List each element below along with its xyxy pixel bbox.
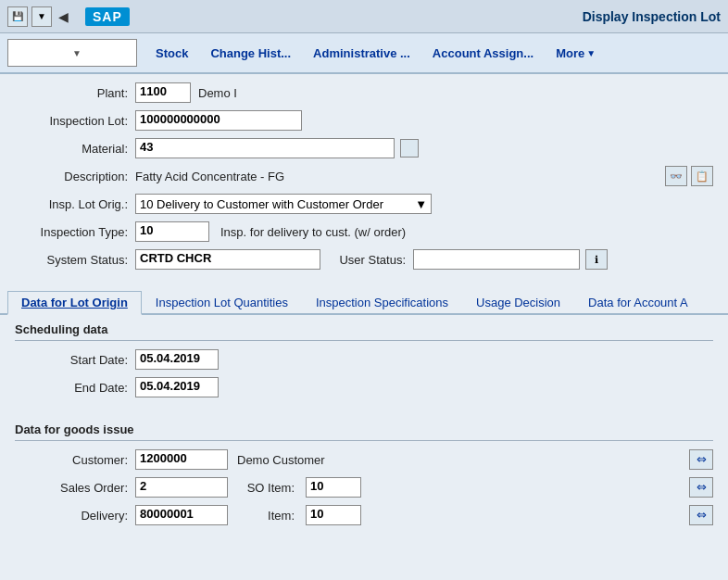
inspection-type-row: Inspection Type: 10 Insp. for delivery t… (15, 221, 713, 243)
menu-account-assign[interactable]: Account Assign... (421, 33, 545, 72)
menu-administrative-label: Administrative ... (313, 46, 410, 60)
inspection-lot-label: Inspection Lot: (15, 114, 135, 128)
more-arrow-icon: ▼ (586, 48, 596, 58)
insp-lot-orig-arrow-icon: ▼ (415, 197, 427, 211)
tab-lot-origin[interactable]: Data for Lot Origin (7, 291, 142, 315)
page-title: Display Inspection Lot (583, 9, 721, 24)
menu-more-label: More (556, 46, 584, 60)
end-date-row: End Date: 05.04.2019 (15, 376, 713, 398)
user-status-label: User Status: (320, 253, 413, 267)
sap-logo: SAP (85, 7, 130, 26)
description-value: Fatty Acid Concentrate - FG (135, 170, 284, 183)
description-label: Description: (15, 170, 135, 183)
start-date-row: Start Date: 05.04.2019 (15, 348, 713, 371)
nav-down-icon[interactable]: ▼ (31, 6, 52, 27)
material-row: Material: 43 (15, 137, 713, 159)
info-icon[interactable]: ℹ (585, 249, 608, 270)
customer-text: Demo Customer (237, 453, 325, 467)
dropdown-arrow-icon: ▼ (72, 48, 131, 58)
system-status-value[interactable]: CRTD CHCR (135, 249, 320, 270)
end-date-value[interactable]: 05.04.2019 (135, 377, 219, 397)
user-status-value[interactable] (413, 249, 580, 270)
delivery-value[interactable]: 80000001 (135, 505, 228, 525)
tab-content: Scheduling data Start Date: 05.04.2019 E… (0, 315, 728, 536)
customer-row: Customer: 1200000 Demo Customer ⇔ (15, 448, 713, 471)
tabs-bar: Data for Lot Origin Inspection Lot Quant… (0, 284, 728, 315)
inspection-type-label: Inspection Type: (15, 225, 135, 239)
menu-stock[interactable]: Stock (144, 33, 199, 72)
menu-administrative[interactable]: Administrative ... (302, 33, 421, 72)
delivery-link-icon[interactable]: ⇔ (689, 505, 713, 525)
customer-value[interactable]: 1200000 (135, 449, 228, 470)
form-area: Plant: 1100 Demo I Inspection Lot: 10000… (0, 74, 728, 284)
menu-change-hist-label: Change Hist... (210, 46, 291, 60)
toolbar-icons: 💾 ▼ (7, 6, 52, 27)
goods-issue-section: Data for goods issue Customer: 1200000 D… (0, 415, 728, 536)
menu-account-assign-label: Account Assign... (433, 46, 533, 60)
system-status-label: System Status: (15, 253, 135, 267)
system-status-row: System Status: CRTD CHCR User Status: ℹ (15, 248, 713, 271)
material-value[interactable]: 43 (135, 138, 395, 158)
inspection-type-value[interactable]: 10 (135, 221, 209, 242)
plant-row: Plant: 1100 Demo I (15, 82, 713, 104)
goods-issue-divider (15, 440, 713, 441)
sales-order-label: Sales Order: (15, 481, 135, 495)
insp-lot-orig-select[interactable]: 10 Delivery to Customer with Customer Or… (135, 194, 432, 214)
plant-value[interactable]: 1100 (135, 82, 191, 103)
material-checkbox[interactable] (400, 139, 419, 158)
material-label: Material: (15, 142, 135, 156)
customer-link-icon[interactable]: ⇔ (689, 449, 713, 470)
inspection-lot-value[interactable]: 100000000000 (135, 110, 302, 131)
start-date-label: Start Date: (15, 353, 135, 367)
so-item-label: SO Item: (228, 481, 302, 495)
tab-account[interactable]: Data for Account A (574, 291, 702, 313)
save-icon[interactable]: 💾 (7, 6, 28, 27)
customer-label: Customer: (15, 453, 135, 467)
description-row: Description: Fatty Acid Concentrate - FG… (15, 165, 713, 187)
tab-lot-quantities[interactable]: Inspection Lot Quantities (142, 291, 302, 313)
delivery-label: Delivery: (15, 509, 135, 523)
start-date-value[interactable]: 05.04.2019 (135, 349, 219, 370)
top-bar: 💾 ▼ ◀ SAP Display Inspection Lot (0, 0, 728, 33)
insp-lot-orig-value: 10 Delivery to Customer with Customer Or… (140, 197, 383, 211)
menu-change-hist[interactable]: Change Hist... (199, 33, 302, 72)
sales-order-value[interactable]: 2 (135, 477, 228, 498)
plant-label: Plant: (15, 86, 135, 100)
scheduling-title: Scheduling data (15, 322, 713, 336)
menu-bar: ▼ Stock Change Hist... Administrative ..… (0, 33, 728, 74)
inspection-lot-row: Inspection Lot: 100000000000 (15, 109, 713, 132)
insp-lot-orig-label: Insp. Lot Orig.: (15, 197, 135, 211)
item-value[interactable]: 10 (306, 505, 361, 525)
command-dropdown[interactable]: ▼ (7, 39, 137, 67)
back-button[interactable]: ◀ (52, 6, 74, 28)
so-item-value[interactable]: 10 (306, 477, 361, 498)
delivery-row: Delivery: 80000001 Item: 10 ⇔ (15, 504, 713, 526)
tab-specifications[interactable]: Inspection Specifications (302, 291, 462, 313)
sales-order-link-icon[interactable]: ⇔ (689, 477, 713, 498)
scheduling-section: Scheduling data Start Date: 05.04.2019 E… (0, 315, 728, 408)
end-date-label: End Date: (15, 381, 135, 395)
menu-more[interactable]: More ▼ (545, 33, 607, 72)
inspection-type-text: Insp. for delivery to cust. (w/ order) (220, 225, 406, 239)
menu-stock-label: Stock (156, 46, 188, 60)
glasses-icon[interactable]: 👓 (665, 166, 687, 186)
insp-lot-orig-row: Insp. Lot Orig.: 10 Delivery to Customer… (15, 193, 713, 215)
item-label: Item: (228, 509, 302, 523)
copy-icon[interactable]: 📋 (691, 166, 713, 186)
plant-text: Demo I (198, 86, 237, 100)
sales-order-row: Sales Order: 2 SO Item: 10 ⇔ (15, 476, 713, 498)
scheduling-divider (15, 340, 713, 341)
goods-issue-title: Data for goods issue (15, 422, 713, 436)
tab-usage-decision[interactable]: Usage Decision (462, 291, 574, 313)
